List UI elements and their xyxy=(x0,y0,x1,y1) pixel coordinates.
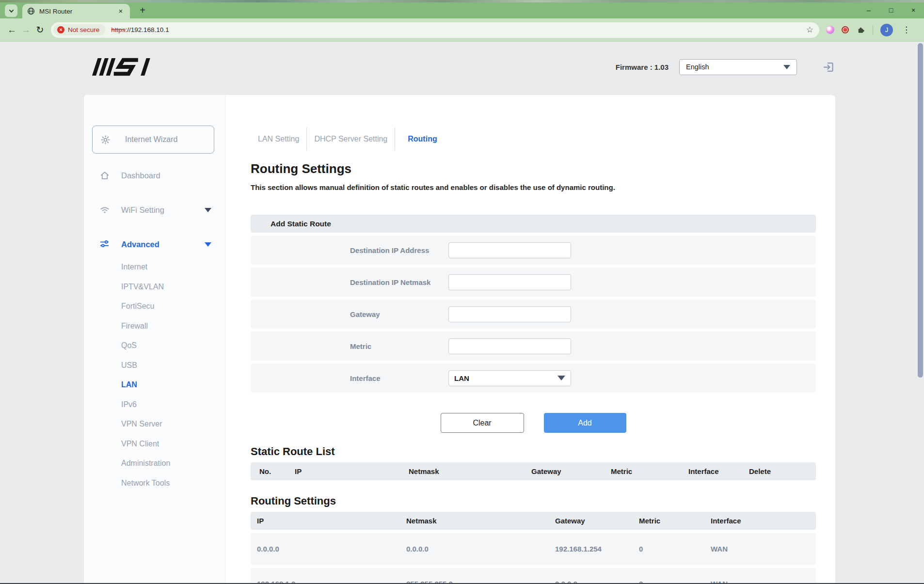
browser-toolbar: ← → ↻ × Not secure https://192.168.10.1 … xyxy=(0,18,924,42)
toolbar-divider xyxy=(873,25,873,35)
column-header: Interface xyxy=(711,517,816,525)
sidebar-item-vpn-server[interactable]: VPN Server xyxy=(84,414,225,434)
sidebar-item-internet-wizard[interactable]: Internet Wizard xyxy=(92,126,214,154)
sidebar-item-vpn-client[interactable]: VPN Client xyxy=(84,434,225,454)
column-header: Metric xyxy=(611,467,688,475)
routing-table-header: IP Netmask Gateway Metric Interface xyxy=(251,512,816,530)
column-header: Netmask xyxy=(406,517,555,525)
profile-avatar[interactable]: J xyxy=(880,24,893,36)
not-secure-label: Not secure xyxy=(68,26,99,33)
column-header: Netmask xyxy=(409,467,531,475)
sidebar: Internet Wizard Dashboard WiFi Setting xyxy=(84,95,225,584)
column-header: Delete xyxy=(749,467,816,475)
sidebar-item-ipv6[interactable]: IPv6 xyxy=(84,395,225,415)
sidebar-item-lan[interactable]: LAN xyxy=(84,375,225,395)
static-route-list-title: Static Route List xyxy=(251,445,816,458)
sidebar-item-label: Dashboard xyxy=(121,171,160,180)
window-close-button[interactable]: × xyxy=(909,6,917,14)
url-scheme: https xyxy=(111,26,125,33)
address-bar[interactable]: × Not secure https://192.168.10.1 ☆ xyxy=(51,22,819,38)
cell-metric: 0 xyxy=(639,545,711,553)
form-row-destination-netmask: Destination IP Netmask xyxy=(251,268,816,297)
main-card: Internet Wizard Dashboard WiFi Setting xyxy=(84,95,835,584)
sidebar-item-internet[interactable]: Internet xyxy=(84,257,225,277)
sliders-icon xyxy=(99,239,110,250)
field-label: Interface xyxy=(350,374,448,382)
add-button[interactable]: Add xyxy=(544,413,626,433)
routing-table-title: Routing Settings xyxy=(251,495,816,507)
url-text: https://192.168.10.1 xyxy=(111,26,169,33)
destination-ip-netmask-input[interactable] xyxy=(448,274,571,290)
window-minimize-button[interactable]: – xyxy=(865,6,873,14)
tab-dhcp-server-setting[interactable]: DHCP Server Setting xyxy=(307,135,395,143)
gateway-input[interactable] xyxy=(448,306,571,322)
sidebar-item-wifi-setting[interactable]: WiFi Setting xyxy=(84,200,225,220)
form-row-gateway: Gateway xyxy=(251,300,816,329)
browser-tab[interactable]: MSI Router × xyxy=(22,4,130,18)
metric-input[interactable] xyxy=(448,338,571,354)
sidebar-item-iptv-vlan[interactable]: IPTV&VLAN xyxy=(84,277,225,297)
home-icon xyxy=(99,170,110,181)
form-section-title: Add Static Route xyxy=(251,215,816,233)
new-tab-button[interactable]: + xyxy=(136,4,149,17)
column-header: Metric xyxy=(639,517,711,525)
page-title: Routing Settings xyxy=(251,161,816,176)
sidebar-item-qos[interactable]: QoS xyxy=(84,336,225,356)
content-area: LAN Setting DHCP Server Setting Routing … xyxy=(225,95,835,584)
extensions-puzzle-icon[interactable] xyxy=(856,25,865,34)
caret-down-icon xyxy=(205,208,211,212)
back-icon[interactable]: ← xyxy=(5,23,19,37)
site-header: Firmware : 1.03 English xyxy=(92,52,835,81)
url-host: ://192.168.10.1 xyxy=(126,26,169,33)
refresh-icon[interactable]: ↻ xyxy=(33,23,47,37)
tab-routing[interactable]: Routing xyxy=(395,135,449,143)
record-extension-icon[interactable] xyxy=(842,26,849,33)
not-secure-icon: × xyxy=(57,26,64,33)
interface-select[interactable]: LAN xyxy=(448,370,571,386)
sidebar-item-network-tools[interactable]: Network Tools xyxy=(84,474,225,493)
sidebar-item-label: WiFi Setting xyxy=(121,205,164,215)
site-security-chip[interactable]: × Not secure xyxy=(53,24,105,35)
sidebar-item-dashboard[interactable]: Dashboard xyxy=(84,166,225,185)
advanced-submenu: Internet IPTV&VLAN FortiSecu Firewall Qo… xyxy=(84,257,225,493)
dropdown-arrow-icon xyxy=(783,65,790,69)
tab-close-icon[interactable]: × xyxy=(116,7,125,16)
bookmark-star-icon[interactable]: ☆ xyxy=(806,25,813,35)
column-header: Gateway xyxy=(531,467,611,475)
browser-tab-strip: MSI Router × + – □ × xyxy=(0,2,924,18)
field-label: Destination IP Netmask xyxy=(350,278,448,286)
sidebar-item-advanced[interactable]: Advanced xyxy=(84,235,225,254)
page-description: This section allows manual definition of… xyxy=(251,183,816,191)
dropdown-arrow-icon xyxy=(558,376,565,380)
add-static-route-form: Add Static Route Destination IP Address … xyxy=(251,215,816,433)
tab-title: MSI Router xyxy=(39,8,72,15)
field-label: Gateway xyxy=(350,310,448,318)
clear-button[interactable]: Clear xyxy=(441,413,524,433)
destination-ip-address-input[interactable] xyxy=(448,242,571,258)
sidebar-item-usb[interactable]: USB xyxy=(84,356,225,376)
interface-selected-value: LAN xyxy=(454,374,469,382)
sidebar-item-fortisecu[interactable]: FortiSecu xyxy=(84,297,225,316)
sidebar-item-administration[interactable]: Administration xyxy=(84,454,225,474)
page-scrollbar[interactable] xyxy=(918,43,923,378)
browser-menu-icon[interactable]: ⋮ xyxy=(900,25,912,35)
tab-search-button[interactable] xyxy=(5,4,17,17)
sidebar-item-firewall[interactable]: Firewall xyxy=(84,316,225,336)
forward-icon[interactable]: → xyxy=(19,23,33,37)
logout-button[interactable] xyxy=(822,61,835,74)
wifi-icon xyxy=(99,205,110,215)
sidebar-item-label: Internet Wizard xyxy=(125,135,177,144)
language-select[interactable]: English xyxy=(679,59,797,75)
page-tabs: LAN Setting DHCP Server Setting Routing xyxy=(251,129,816,149)
tab-lan-setting[interactable]: LAN Setting xyxy=(251,135,306,143)
window-maximize-button[interactable]: □ xyxy=(887,6,895,14)
msi-logo xyxy=(92,57,166,77)
cell-netmask: 0.0.0.0 xyxy=(406,545,555,553)
sidebar-item-label: Advanced xyxy=(121,240,159,249)
router-admin-page: Firmware : 1.03 English Internet Wiza xyxy=(0,42,924,584)
caret-down-icon xyxy=(205,242,211,247)
column-header: IP xyxy=(295,467,409,475)
column-header: Interface xyxy=(688,467,749,475)
extension-pink-icon[interactable] xyxy=(826,26,834,34)
table-row: 192.168.1.0 255.255.255.0 0.0.0.0 0 WAN xyxy=(251,568,816,584)
